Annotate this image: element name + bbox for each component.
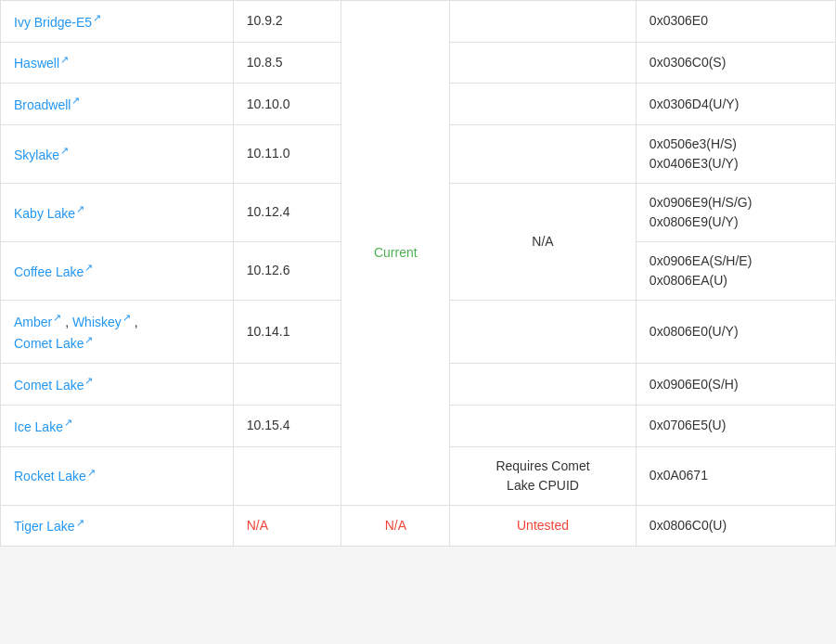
cpuid-cell: 0x0306C0(S) bbox=[636, 42, 835, 84]
macos-cell: 10.9.2 bbox=[233, 1, 341, 43]
notes-cell bbox=[450, 124, 637, 183]
cpu-cell: Skylake↗ bbox=[1, 124, 234, 183]
macos-cell: 10.8.5 bbox=[233, 42, 341, 84]
table-row: Tiger Lake↗ N/AN/AUntested0x0806C0(U) bbox=[1, 505, 836, 547]
cpu-link[interactable]: Rocket Lake↗ bbox=[14, 469, 96, 483]
notes-cell bbox=[450, 300, 637, 363]
macos-cell bbox=[233, 446, 341, 505]
notes-cell: Requires CometLake CPUID bbox=[450, 446, 637, 505]
notes-cell bbox=[450, 42, 637, 84]
cpuid-cell: 0x0706E5(U) bbox=[636, 405, 835, 446]
macos-cell: 10.11.0 bbox=[233, 124, 341, 183]
notes-cell: N/A bbox=[450, 183, 637, 300]
cpuid-cell: 0x0906E0(S/H) bbox=[636, 364, 835, 406]
cpu-cell: Haswell↗ bbox=[1, 42, 234, 84]
cpu-link[interactable]: Comet Lake↗ bbox=[14, 378, 93, 393]
whiskey-link[interactable]: Whiskey↗ bbox=[72, 315, 131, 329]
notes-cell: Untested bbox=[450, 505, 637, 547]
cpuid-cell: 0x0306E0 bbox=[636, 1, 835, 43]
cpu-cell: Ice Lake↗ bbox=[1, 405, 234, 446]
cpu-link[interactable]: Ice Lake↗ bbox=[14, 419, 72, 434]
macos-cell: 10.10.0 bbox=[233, 84, 341, 125]
cpu-cell: Tiger Lake↗ bbox=[1, 505, 234, 547]
amber-link[interactable]: Amber↗ bbox=[14, 315, 61, 329]
macos-cell: 10.14.1 bbox=[233, 300, 341, 363]
cpu-link[interactable]: Coffee Lake↗ bbox=[14, 264, 93, 279]
notes-cell bbox=[450, 364, 637, 406]
cpuid-cell: 0x0A0671 bbox=[636, 446, 835, 505]
cpu-link[interactable]: Haswell↗ bbox=[14, 56, 69, 71]
cpu-cell: Kaby Lake↗ bbox=[1, 183, 234, 241]
notes-cell bbox=[450, 405, 637, 446]
macos-cell: N/A bbox=[233, 505, 341, 547]
cpu-link[interactable]: Tiger Lake↗ bbox=[14, 519, 84, 534]
macos-cell: 10.12.6 bbox=[233, 241, 341, 300]
cpuid-cell: 0x0906E9(H/S/G)0x0806E9(U/Y) bbox=[636, 183, 835, 241]
installer-value: Current bbox=[374, 245, 418, 260]
notes-cell bbox=[450, 84, 637, 125]
table-row: Ivy Bridge-E5↗ 10.9.2 Current 0x0306E0 bbox=[1, 1, 836, 43]
cpu-link[interactable]: Ivy Bridge-E5↗ bbox=[14, 15, 101, 30]
table-wrapper: Ivy Bridge-E5↗ 10.9.2 Current 0x0306E0 H… bbox=[0, 0, 836, 547]
cpu-cell: Comet Lake↗ bbox=[1, 364, 234, 406]
cpuid-cell: 0x0306D4(U/Y) bbox=[636, 84, 835, 125]
macos-cell: 10.15.4 bbox=[233, 405, 341, 446]
cpuid-cell: 0x0806E0(U/Y) bbox=[636, 300, 835, 363]
cpu-link[interactable]: Skylake↗ bbox=[14, 148, 69, 162]
cpu-cell: Amber↗ , Whiskey↗ , Comet Lake↗ bbox=[1, 300, 234, 363]
comet-lake2-link[interactable]: Comet Lake↗ bbox=[14, 336, 93, 351]
cpuid-cell: 0x0506e3(H/S)0x0406E3(U/Y) bbox=[636, 124, 835, 183]
installer-cell: N/A bbox=[341, 505, 450, 547]
cpuid-cell: 0x0906EA(S/H/E)0x0806EA(U) bbox=[636, 241, 835, 300]
cpuid-cell: 0x0806C0(U) bbox=[636, 505, 835, 547]
cpu-cell: Coffee Lake↗ bbox=[1, 241, 234, 300]
cpu-cell: Broadwell↗ bbox=[1, 84, 234, 125]
cpu-cell: Ivy Bridge-E5↗ bbox=[1, 1, 234, 43]
cpu-link[interactable]: Broadwell↗ bbox=[14, 97, 80, 112]
cpu-link[interactable]: Kaby Lake↗ bbox=[14, 206, 84, 221]
cpu-cell: Rocket Lake↗ bbox=[1, 446, 234, 505]
macos-cell bbox=[233, 364, 341, 406]
macos-cell: 10.12.4 bbox=[233, 183, 341, 241]
cpu-table: Ivy Bridge-E5↗ 10.9.2 Current 0x0306E0 H… bbox=[0, 0, 836, 547]
installer-cell: Current bbox=[341, 1, 450, 506]
notes-cell bbox=[450, 1, 637, 43]
